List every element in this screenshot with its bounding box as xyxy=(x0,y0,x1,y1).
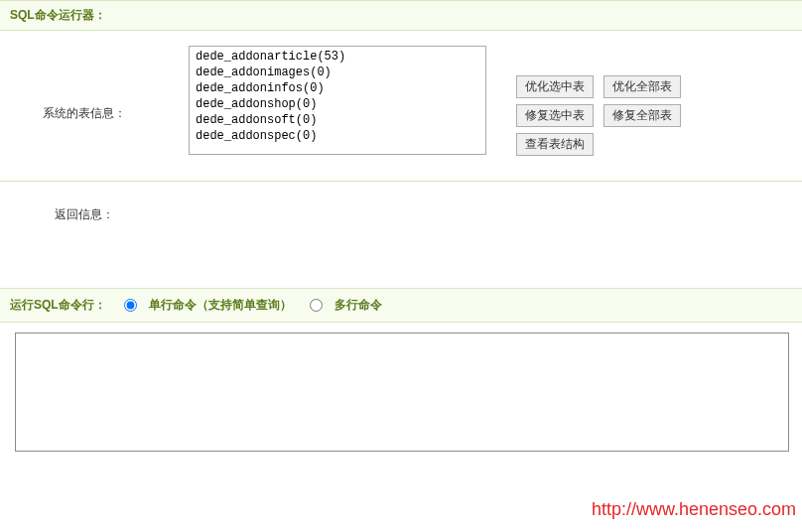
repair-all-button[interactable]: 修复全部表 xyxy=(603,104,681,127)
list-item[interactable]: dede_addonshop(0) xyxy=(192,96,483,112)
command-label: 运行SQL命令行： xyxy=(10,297,106,314)
sql-textarea[interactable] xyxy=(15,332,789,452)
return-info-section: 返回信息： xyxy=(0,182,802,288)
optimize-all-button[interactable]: 优化全部表 xyxy=(603,75,681,98)
panel-header: SQL命令运行器： xyxy=(0,0,802,31)
single-command-radio[interactable] xyxy=(124,299,137,312)
return-info-label: 返回信息： xyxy=(10,206,159,223)
watermark: http://www.henenseo.com xyxy=(592,499,796,520)
table-list[interactable]: dede_addonarticle(53) dede_addonimages(0… xyxy=(189,46,486,155)
list-item[interactable]: dede_addonimages(0) xyxy=(192,65,483,80)
sql-textarea-wrap xyxy=(0,323,802,455)
command-row: 运行SQL命令行： 单行命令（支持简单查询） 多行命令 xyxy=(0,288,802,323)
list-item[interactable]: dede_addoninfos(0) xyxy=(192,80,483,96)
button-grid: 优化选中表 优化全部表 修复选中表 修复全部表 查看表结构 xyxy=(516,46,681,156)
multi-command-label: 多行命令 xyxy=(334,297,382,314)
table-info-label: 系统的表信息： xyxy=(10,46,159,122)
list-item[interactable]: dede_addonarticle(53) xyxy=(192,49,483,65)
multi-command-radio[interactable] xyxy=(310,299,323,312)
list-item[interactable]: dede_addonspec(0) xyxy=(192,128,483,144)
list-item[interactable]: dede_addonsoft(0) xyxy=(192,112,483,128)
view-structure-button[interactable]: 查看表结构 xyxy=(516,133,594,156)
optimize-selected-button[interactable]: 优化选中表 xyxy=(516,75,594,98)
single-command-label: 单行命令（支持简单查询） xyxy=(149,297,292,314)
panel-title: SQL命令运行器： xyxy=(10,8,106,22)
table-info-section: 系统的表信息： dede_addonarticle(53) dede_addon… xyxy=(0,31,802,182)
repair-selected-button[interactable]: 修复选中表 xyxy=(516,104,594,127)
